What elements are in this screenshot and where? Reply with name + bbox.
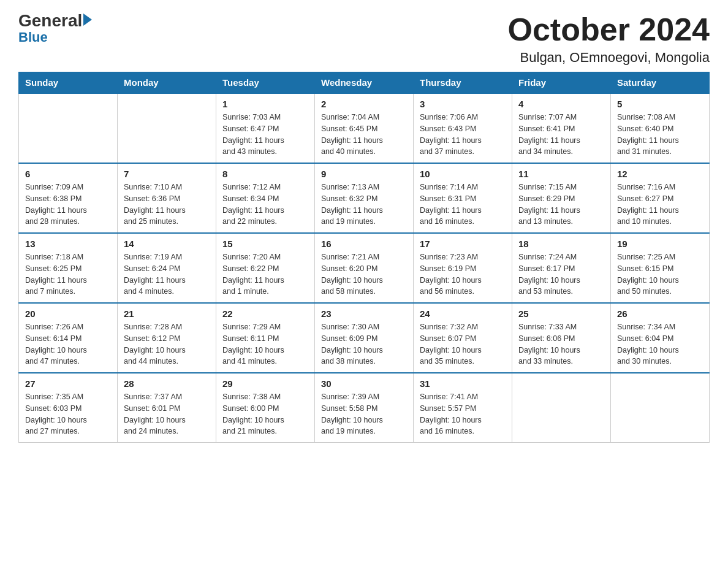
calendar-day-cell: 21Sunrise: 7:28 AMSunset: 6:12 PMDayligh…	[118, 303, 216, 373]
day-number: 24	[420, 308, 506, 319]
day-number: 25	[518, 308, 604, 319]
day-info: Sunrise: 7:18 AMSunset: 6:25 PMDaylight:…	[25, 251, 111, 297]
day-info: Sunrise: 7:15 AMSunset: 6:29 PMDaylight:…	[518, 182, 604, 228]
calendar-day-cell: 1Sunrise: 7:03 AMSunset: 6:47 PMDaylight…	[216, 93, 315, 163]
calendar-day-header: Friday	[512, 72, 611, 94]
calendar-day-cell: 22Sunrise: 7:29 AMSunset: 6:11 PMDayligh…	[216, 303, 315, 373]
page-header: General Blue October 2024 Bulgan, OEmnoe…	[18, 12, 710, 66]
day-number: 14	[124, 239, 210, 249]
day-info: Sunrise: 7:33 AMSunset: 6:06 PMDaylight:…	[518, 321, 604, 367]
day-info: Sunrise: 7:32 AMSunset: 6:07 PMDaylight:…	[420, 321, 506, 367]
day-number: 19	[617, 239, 703, 249]
day-number: 22	[222, 308, 308, 319]
calendar-day-cell: 15Sunrise: 7:20 AMSunset: 6:22 PMDayligh…	[216, 233, 315, 303]
day-number: 28	[124, 378, 210, 389]
day-info: Sunrise: 7:37 AMSunset: 6:01 PMDaylight:…	[124, 391, 210, 437]
day-info: Sunrise: 7:16 AMSunset: 6:27 PMDaylight:…	[617, 182, 703, 228]
calendar-day-cell	[611, 373, 710, 443]
day-info: Sunrise: 7:21 AMSunset: 6:20 PMDaylight:…	[321, 251, 407, 297]
day-info: Sunrise: 7:08 AMSunset: 6:40 PMDaylight:…	[617, 112, 703, 158]
day-number: 11	[518, 169, 604, 179]
calendar-day-cell: 30Sunrise: 7:39 AMSunset: 5:58 PMDayligh…	[315, 373, 414, 443]
day-info: Sunrise: 7:41 AMSunset: 5:57 PMDaylight:…	[420, 391, 506, 437]
day-info: Sunrise: 7:35 AMSunset: 6:03 PMDaylight:…	[25, 391, 111, 437]
day-number: 23	[321, 308, 407, 319]
day-info: Sunrise: 7:28 AMSunset: 6:12 PMDaylight:…	[124, 321, 210, 367]
day-number: 16	[321, 239, 407, 249]
calendar-day-cell: 13Sunrise: 7:18 AMSunset: 6:25 PMDayligh…	[19, 233, 118, 303]
calendar-day-header: Sunday	[19, 72, 118, 94]
calendar-week-row: 20Sunrise: 7:26 AMSunset: 6:14 PMDayligh…	[19, 303, 710, 373]
calendar-day-header: Wednesday	[315, 72, 414, 94]
calendar-day-cell: 7Sunrise: 7:10 AMSunset: 6:36 PMDaylight…	[118, 163, 216, 233]
calendar-table: SundayMondayTuesdayWednesdayThursdayFrid…	[18, 72, 710, 443]
calendar-day-cell: 10Sunrise: 7:14 AMSunset: 6:31 PMDayligh…	[414, 163, 512, 233]
day-number: 12	[617, 169, 703, 179]
calendar-subtitle: Bulgan, OEmnoegovi, Mongolia	[508, 50, 710, 66]
calendar-day-header: Saturday	[611, 72, 710, 94]
calendar-day-cell: 31Sunrise: 7:41 AMSunset: 5:57 PMDayligh…	[414, 373, 512, 443]
calendar-day-cell: 20Sunrise: 7:26 AMSunset: 6:14 PMDayligh…	[19, 303, 118, 373]
day-info: Sunrise: 7:30 AMSunset: 6:09 PMDaylight:…	[321, 321, 407, 367]
calendar-week-row: 27Sunrise: 7:35 AMSunset: 6:03 PMDayligh…	[19, 373, 710, 443]
day-number: 27	[25, 378, 111, 389]
calendar-day-cell: 23Sunrise: 7:30 AMSunset: 6:09 PMDayligh…	[315, 303, 414, 373]
calendar-day-cell: 19Sunrise: 7:25 AMSunset: 6:15 PMDayligh…	[611, 233, 710, 303]
calendar-day-cell	[19, 93, 118, 163]
calendar-day-cell: 27Sunrise: 7:35 AMSunset: 6:03 PMDayligh…	[19, 373, 118, 443]
day-info: Sunrise: 7:20 AMSunset: 6:22 PMDaylight:…	[222, 251, 308, 297]
day-number: 10	[420, 169, 506, 179]
day-number: 15	[222, 239, 308, 249]
calendar-day-cell: 8Sunrise: 7:12 AMSunset: 6:34 PMDaylight…	[216, 163, 315, 233]
logo-general: General	[18, 12, 82, 29]
day-number: 31	[420, 378, 506, 389]
day-number: 26	[617, 308, 703, 319]
day-number: 18	[518, 239, 604, 249]
calendar-day-cell: 3Sunrise: 7:06 AMSunset: 6:43 PMDaylight…	[414, 93, 512, 163]
calendar-week-row: 6Sunrise: 7:09 AMSunset: 6:38 PMDaylight…	[19, 163, 710, 233]
calendar-day-cell: 16Sunrise: 7:21 AMSunset: 6:20 PMDayligh…	[315, 233, 414, 303]
calendar-title: October 2024	[508, 12, 710, 47]
day-info: Sunrise: 7:25 AMSunset: 6:15 PMDaylight:…	[617, 251, 703, 297]
calendar-day-cell: 17Sunrise: 7:23 AMSunset: 6:19 PMDayligh…	[414, 233, 512, 303]
day-info: Sunrise: 7:26 AMSunset: 6:14 PMDaylight:…	[25, 321, 111, 367]
calendar-day-cell: 28Sunrise: 7:37 AMSunset: 6:01 PMDayligh…	[118, 373, 216, 443]
calendar-day-cell	[512, 373, 611, 443]
day-number: 6	[25, 169, 111, 179]
calendar-day-cell: 11Sunrise: 7:15 AMSunset: 6:29 PMDayligh…	[512, 163, 611, 233]
calendar-day-cell: 6Sunrise: 7:09 AMSunset: 6:38 PMDaylight…	[19, 163, 118, 233]
day-info: Sunrise: 7:38 AMSunset: 6:00 PMDaylight:…	[222, 391, 308, 437]
day-info: Sunrise: 7:12 AMSunset: 6:34 PMDaylight:…	[222, 182, 308, 228]
logo: General Blue	[18, 12, 92, 45]
calendar-day-header: Tuesday	[216, 72, 315, 94]
day-info: Sunrise: 7:29 AMSunset: 6:11 PMDaylight:…	[222, 321, 308, 367]
day-info: Sunrise: 7:24 AMSunset: 6:17 PMDaylight:…	[518, 251, 604, 297]
day-number: 17	[420, 239, 506, 249]
calendar-day-cell: 29Sunrise: 7:38 AMSunset: 6:00 PMDayligh…	[216, 373, 315, 443]
calendar-day-header: Monday	[118, 72, 216, 94]
calendar-week-row: 1Sunrise: 7:03 AMSunset: 6:47 PMDaylight…	[19, 93, 710, 163]
calendar-header-row: SundayMondayTuesdayWednesdayThursdayFrid…	[19, 72, 710, 94]
day-number: 21	[124, 308, 210, 319]
day-info: Sunrise: 7:23 AMSunset: 6:19 PMDaylight:…	[420, 251, 506, 297]
day-info: Sunrise: 7:09 AMSunset: 6:38 PMDaylight:…	[25, 182, 111, 228]
calendar-day-cell: 18Sunrise: 7:24 AMSunset: 6:17 PMDayligh…	[512, 233, 611, 303]
day-info: Sunrise: 7:39 AMSunset: 5:58 PMDaylight:…	[321, 391, 407, 437]
logo-arrow-icon	[83, 13, 92, 26]
calendar-day-cell	[118, 93, 216, 163]
day-number: 29	[222, 378, 308, 389]
calendar-day-cell: 26Sunrise: 7:34 AMSunset: 6:04 PMDayligh…	[611, 303, 710, 373]
day-number: 2	[321, 99, 407, 109]
calendar-day-cell: 25Sunrise: 7:33 AMSunset: 6:06 PMDayligh…	[512, 303, 611, 373]
day-number: 1	[222, 99, 308, 109]
day-info: Sunrise: 7:34 AMSunset: 6:04 PMDaylight:…	[617, 321, 703, 367]
day-info: Sunrise: 7:04 AMSunset: 6:45 PMDaylight:…	[321, 112, 407, 158]
title-block: October 2024 Bulgan, OEmnoegovi, Mongoli…	[508, 12, 710, 66]
day-info: Sunrise: 7:03 AMSunset: 6:47 PMDaylight:…	[222, 112, 308, 158]
day-info: Sunrise: 7:19 AMSunset: 6:24 PMDaylight:…	[124, 251, 210, 297]
logo-blue: Blue	[18, 29, 48, 45]
calendar-day-cell: 5Sunrise: 7:08 AMSunset: 6:40 PMDaylight…	[611, 93, 710, 163]
day-number: 20	[25, 308, 111, 319]
calendar-day-cell: 12Sunrise: 7:16 AMSunset: 6:27 PMDayligh…	[611, 163, 710, 233]
calendar-week-row: 13Sunrise: 7:18 AMSunset: 6:25 PMDayligh…	[19, 233, 710, 303]
